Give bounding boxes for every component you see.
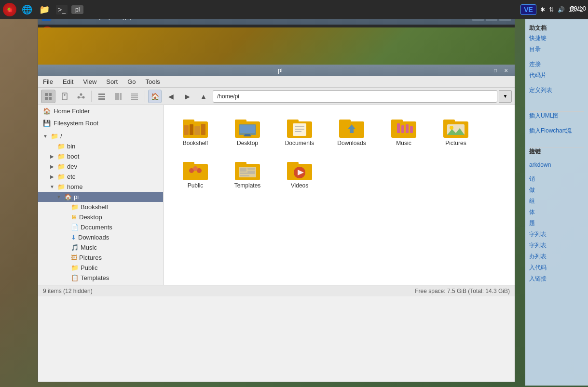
fm-window-title: pi bbox=[81, 67, 480, 74]
folder-item-videos[interactable]: Videos bbox=[275, 155, 324, 194]
tree-label-music: Music bbox=[81, 244, 97, 251]
side-panel-item-6[interactable]: 插入Flowchart流 bbox=[529, 127, 584, 135]
svg-rect-29 bbox=[235, 120, 246, 123]
side-panel-item-17[interactable]: 入链接 bbox=[529, 275, 584, 283]
tree-item-etc[interactable]: ▶ 📁 etc bbox=[38, 172, 163, 182]
expand-icon-pi: ▼ bbox=[55, 194, 62, 200]
raspberry-menu-button[interactable]: 🍓 bbox=[2, 2, 17, 17]
sidebar-home-folder[interactable]: 🏠 Home Folder bbox=[38, 105, 163, 117]
tree-item-home[interactable]: ▼ 📁 home bbox=[38, 182, 163, 192]
terminal-button[interactable]: >_ bbox=[54, 2, 69, 17]
side-panel-item-12[interactable]: 题 bbox=[529, 219, 584, 227]
folder-item-templates[interactable]: Templates bbox=[223, 155, 272, 194]
fm-body: 🏠 Home Folder 💾 Filesystem Root ▼ 📁 / bbox=[38, 105, 515, 285]
fm-maximize-button[interactable]: □ bbox=[491, 67, 500, 74]
folder-item-documents[interactable]: Documents bbox=[275, 113, 324, 151]
menu-file[interactable]: File bbox=[40, 77, 56, 86]
view-list-button[interactable] bbox=[95, 90, 109, 103]
menu-edit[interactable]: Edit bbox=[60, 77, 76, 86]
side-panel-item-3[interactable]: 代码片 bbox=[529, 71, 584, 80]
folder-icon-public-tree: 📁 bbox=[71, 264, 79, 271]
svg-rect-25 bbox=[190, 124, 193, 135]
address-bar[interactable] bbox=[213, 90, 497, 103]
side-panel-item-16[interactable]: 入代码 bbox=[529, 264, 584, 272]
home-button[interactable]: 🏠 bbox=[148, 90, 162, 103]
side-panel-item-10[interactable]: 组 bbox=[529, 197, 584, 205]
side-panel-item-13[interactable]: 字列表 bbox=[529, 230, 584, 239]
tree-label-downloads: Downloads bbox=[78, 234, 109, 241]
svg-rect-1 bbox=[49, 93, 52, 96]
tree-label-public: Public bbox=[81, 264, 97, 271]
folder-label-documents: Documents bbox=[285, 140, 315, 147]
browser-button[interactable]: 🌐 bbox=[19, 2, 35, 17]
side-panel-item-14[interactable]: 字列表 bbox=[529, 241, 584, 250]
tree-item-public[interactable]: 📁 Public bbox=[38, 263, 163, 273]
tree-item-pictures[interactable]: 🖼 Pictures bbox=[38, 253, 163, 263]
folder-item-public[interactable]: Public bbox=[171, 155, 219, 194]
folder-item-bookshelf[interactable]: Bookshelf bbox=[171, 113, 219, 151]
tree-item-music[interactable]: 🎵 Music bbox=[38, 242, 163, 253]
fm-minimize-button[interactable]: _ bbox=[480, 67, 490, 74]
tree-label-documents: Documents bbox=[81, 224, 112, 231]
columns-view-icon bbox=[114, 93, 122, 100]
view-icons-button[interactable] bbox=[41, 90, 55, 103]
tree-item-bin[interactable]: 📁 bin bbox=[38, 141, 163, 151]
sidebar-filesystem-root[interactable]: 💾 Filesystem Root bbox=[38, 117, 163, 129]
folder-item-desktop[interactable]: Desktop bbox=[223, 113, 272, 151]
menu-sort[interactable]: Sort bbox=[103, 77, 121, 86]
view-columns-button[interactable] bbox=[111, 90, 125, 103]
fm-sidebar: 🏠 Home Folder 💾 Filesystem Root ▼ 📁 / bbox=[38, 105, 164, 285]
folder-icon-music-tree: 🎵 bbox=[71, 244, 79, 251]
svg-rect-2 bbox=[45, 97, 48, 100]
raspberry-icon: 🍓 bbox=[3, 3, 16, 16]
side-panel-item-8[interactable]: 销 bbox=[529, 175, 584, 183]
view-details-button[interactable] bbox=[127, 90, 142, 103]
tree-item-pi[interactable]: ▼ 🏠 pi bbox=[38, 192, 163, 202]
folder-item-music[interactable]: Music bbox=[380, 113, 428, 151]
side-panel-item-11[interactable]: 体 bbox=[529, 208, 584, 216]
tree-item-downloads[interactable]: ⬇ Downloads bbox=[38, 232, 163, 242]
svg-rect-48 bbox=[410, 126, 413, 133]
menu-tools[interactable]: Tools bbox=[143, 77, 163, 86]
tree-item-boot[interactable]: ▶ 📁 boot bbox=[38, 151, 163, 161]
fm-close-button[interactable]: ✕ bbox=[501, 67, 511, 74]
up-button[interactable]: ▲ bbox=[196, 90, 211, 103]
side-panel-item-7[interactable]: arkdown bbox=[529, 161, 584, 168]
side-panel-item-9[interactable]: 做 bbox=[529, 186, 584, 194]
forward-button[interactable]: ▶ bbox=[180, 90, 194, 103]
tree-item-dev[interactable]: ▶ 📁 dev bbox=[38, 161, 163, 172]
folder-label-music: Music bbox=[396, 140, 411, 147]
address-dropdown-button[interactable]: ▼ bbox=[499, 90, 512, 103]
folder-grid: Bookshelf Desktop bbox=[171, 113, 507, 193]
side-panel-item-15[interactable]: 办列表 bbox=[529, 253, 584, 261]
files-button[interactable]: 📁 bbox=[37, 2, 52, 17]
tree-item-bookshelf[interactable]: 📁 Bookshelf bbox=[38, 202, 163, 212]
properties-button[interactable] bbox=[74, 90, 88, 103]
bluetooth-icon: ✱ bbox=[540, 6, 545, 13]
menu-view[interactable]: View bbox=[80, 77, 99, 86]
tree-item-desktop[interactable]: 🖥 Desktop bbox=[38, 212, 163, 222]
pi-label[interactable]: pi bbox=[71, 5, 83, 14]
folder-icon-bookshelf: 📁 bbox=[71, 203, 79, 211]
add-bookmark-button[interactable] bbox=[57, 90, 72, 103]
tree-item-documents[interactable]: 📄 Documents bbox=[38, 222, 163, 232]
tree-label-pi: pi bbox=[74, 193, 79, 200]
folder-label-public: Public bbox=[188, 182, 204, 190]
expand-icon-root: ▼ bbox=[42, 133, 49, 139]
status-items-count: 9 items (12 hidden) bbox=[43, 288, 93, 294]
menu-go[interactable]: Go bbox=[124, 77, 138, 86]
side-panel-item-0[interactable]: 快捷键 bbox=[529, 34, 584, 42]
folder-label-pictures: Pictures bbox=[445, 140, 466, 147]
svg-rect-35 bbox=[287, 120, 299, 123]
side-panel-item-5[interactable]: 插入UML图 bbox=[529, 112, 584, 120]
side-panel-item-2[interactable]: 连接 bbox=[529, 60, 584, 68]
tree-item-root[interactable]: ▼ 📁 / bbox=[38, 131, 163, 141]
side-panel-item-4[interactable]: 定义列表 bbox=[529, 86, 584, 94]
svg-rect-66 bbox=[240, 175, 249, 176]
folder-item-pictures[interactable]: Pictures bbox=[432, 113, 480, 151]
side-panel-item-1[interactable]: 目录 bbox=[529, 45, 584, 53]
svg-rect-16 bbox=[117, 93, 119, 100]
back-button[interactable]: ◀ bbox=[164, 90, 178, 103]
tree-item-templates[interactable]: 📋 Templates bbox=[38, 273, 163, 283]
folder-item-downloads[interactable]: Downloads bbox=[328, 113, 376, 151]
